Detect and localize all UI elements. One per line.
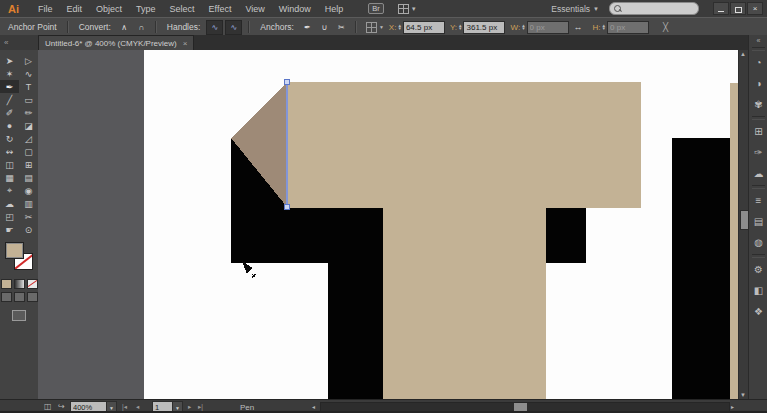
canvas-area[interactable] — [38, 50, 738, 399]
fill-swatch[interactable] — [5, 242, 24, 259]
toolbar-collapse-icon[interactable]: « — [0, 35, 42, 50]
gradient-button[interactable] — [14, 279, 25, 289]
connect-anchors-icon[interactable]: ∪ — [317, 21, 332, 34]
hide-handles-icon[interactable]: ∿ — [225, 20, 242, 35]
workspace-switcher[interactable]: Essentials ▼ — [551, 4, 599, 14]
draw-inside-button[interactable] — [27, 292, 38, 302]
next-artboard-icon[interactable]: ▸ — [188, 403, 191, 411]
menu-item[interactable]: Effect — [209, 4, 232, 14]
restore-button[interactable] — [730, 2, 746, 15]
rectangle-tool[interactable]: ▭ — [19, 93, 38, 106]
anchor-point-top[interactable] — [285, 80, 290, 85]
x-field[interactable] — [403, 21, 445, 34]
y-field[interactable] — [463, 21, 505, 34]
brushes-panel-icon[interactable]: ✑ — [749, 142, 767, 163]
scroll-up-icon[interactable]: ▲ — [740, 51, 746, 57]
scroll-right-icon[interactable]: ▸ — [731, 403, 734, 410]
draw-normal-button[interactable] — [1, 292, 12, 302]
layers-panel-icon[interactable]: ◧ — [749, 280, 767, 301]
eraser-tool[interactable]: ◪ — [19, 119, 38, 132]
tan-right-sliver[interactable] — [730, 83, 738, 399]
selection-tool[interactable]: ➤ — [0, 54, 19, 67]
show-handles-icon[interactable]: ∿ — [206, 20, 223, 35]
pen-tool[interactable]: ✒ — [0, 80, 19, 93]
convert-to-smooth-icon[interactable]: ∩ — [134, 21, 149, 34]
last-artboard-icon[interactable]: ▸| — [198, 403, 203, 411]
canvas[interactable] — [38, 50, 738, 399]
remove-anchor-icon[interactable]: ✒ — [300, 21, 315, 34]
color-button[interactable] — [1, 279, 12, 289]
column-graph-tool[interactable]: ▥ — [19, 197, 38, 210]
close-button[interactable]: × — [747, 2, 763, 15]
search-input[interactable] — [609, 2, 699, 15]
color-panel-icon[interactable]: ◔ — [749, 52, 767, 73]
status-icon-1[interactable]: ◫ — [44, 402, 52, 411]
libraries-panel-icon[interactable]: ❖ — [749, 301, 767, 322]
link-dimensions-icon[interactable]: ↔ — [574, 22, 583, 32]
direct-selection-tool[interactable]: ▷ — [19, 54, 38, 67]
convert-to-corner-icon[interactable]: ∧ — [117, 21, 132, 34]
perspective-grid-tool[interactable]: ⊞ — [19, 158, 38, 171]
pathfinder-panel-icon[interactable]: ⚙ — [749, 259, 767, 280]
scroll-down-icon[interactable]: ▼ — [740, 392, 746, 398]
lasso-tool[interactable]: ∿ — [19, 67, 38, 80]
prev-artboard-icon[interactable]: ◂ — [136, 403, 139, 411]
artboard-tool[interactable]: ◰ — [0, 210, 19, 223]
scale-tool[interactable]: ◿ — [19, 132, 38, 145]
mesh-tool[interactable]: ▦ — [0, 171, 19, 184]
tan-top-bar[interactable] — [287, 82, 641, 208]
eyedropper-tool[interactable]: ⌖ — [0, 184, 19, 197]
gradient-panel-icon[interactable]: ▤ — [749, 211, 767, 232]
first-artboard-icon[interactable]: |◂ — [122, 403, 127, 411]
menu-item[interactable]: View — [245, 4, 264, 14]
menu-item[interactable]: Select — [170, 4, 195, 14]
free-transform-tool[interactable]: ▢ — [19, 145, 38, 158]
tab-close-icon[interactable]: × — [183, 39, 188, 48]
small-black-rect[interactable] — [546, 208, 586, 263]
dock-expand-icon[interactable]: « — [749, 35, 767, 46]
w-field[interactable] — [527, 21, 569, 34]
menu-item[interactable]: Type — [136, 4, 156, 14]
menu-item[interactable]: Object — [96, 4, 122, 14]
transparency-panel-icon[interactable]: ◍ — [749, 232, 767, 253]
w-stepper[interactable]: ▲▼ — [521, 24, 525, 30]
zoom-tool[interactable]: ⊙ — [19, 223, 38, 236]
paintbrush-tool[interactable]: ✐ — [0, 106, 19, 119]
scroll-left-icon[interactable]: ◂ — [312, 403, 315, 410]
cut-path-icon[interactable]: ✂ — [334, 21, 349, 34]
tan-stem[interactable] — [383, 208, 546, 399]
pencil-tool[interactable]: ✏ — [19, 106, 38, 119]
hand-tool[interactable]: ☛ — [0, 223, 19, 236]
h-stepper[interactable]: ▲▼ — [602, 24, 606, 30]
width-tool[interactable]: ↭ — [0, 145, 19, 158]
stroke-panel-icon[interactable]: ≡ — [749, 190, 767, 211]
menu-item[interactable]: Window — [279, 4, 311, 14]
minimize-button[interactable] — [713, 2, 729, 15]
magic-wand-tool[interactable]: ✶ — [0, 67, 19, 80]
document-tab[interactable]: Untitled-6* @ 400% (CMYK/Preview) × — [38, 35, 194, 50]
type-tool[interactable]: T — [19, 80, 38, 93]
h-field[interactable] — [607, 21, 649, 34]
right-black-bar[interactable] — [672, 138, 730, 399]
isolate-object-icon[interactable]: ╳ — [663, 22, 668, 32]
symbol-sprayer-tool[interactable]: ☁ — [0, 197, 19, 210]
menu-item[interactable]: Edit — [67, 4, 83, 14]
none-button[interactable] — [27, 279, 38, 289]
gradient-tool[interactable]: ▤ — [19, 171, 38, 184]
shape-builder-tool[interactable]: ◫ — [0, 158, 19, 171]
bridge-button[interactable]: Br — [368, 3, 384, 14]
screen-mode-button[interactable] — [12, 310, 26, 321]
arrange-documents-button[interactable]: ▼ — [398, 4, 417, 14]
color-guide-panel-icon[interactable]: ◑ — [749, 73, 767, 94]
y-stepper[interactable]: ▲▼ — [458, 24, 462, 30]
slice-tool[interactable]: ✂ — [19, 210, 38, 223]
anchor-point-bottom[interactable] — [285, 205, 290, 210]
menu-item[interactable]: File — [38, 4, 53, 14]
x-stepper[interactable]: ▲▼ — [397, 24, 401, 30]
blob-brush-tool[interactable]: ● — [0, 119, 19, 132]
blend-tool[interactable]: ◉ — [19, 184, 38, 197]
draw-behind-button[interactable] — [14, 292, 25, 302]
reference-point-icon[interactable] — [366, 22, 377, 33]
rotate-tool[interactable]: ↻ — [0, 132, 19, 145]
menu-item[interactable]: Help — [325, 4, 344, 14]
